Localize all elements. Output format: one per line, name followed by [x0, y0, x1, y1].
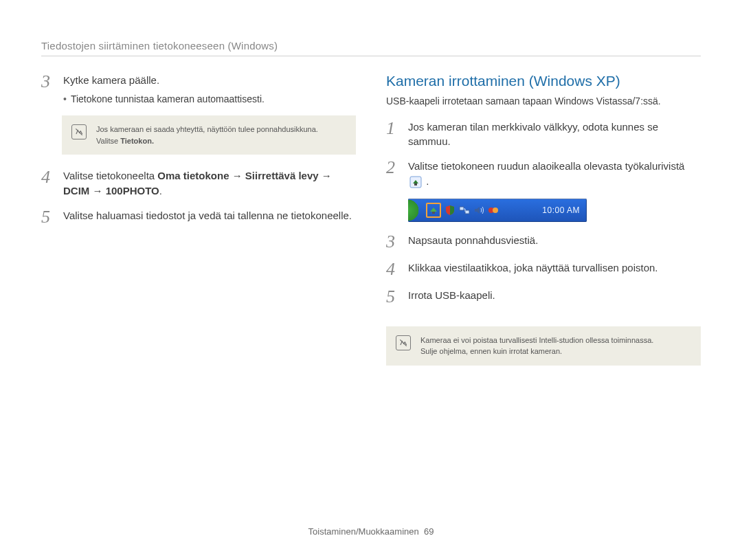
manual-page: Tiedostojen siirtäminen tietokoneeseen (…	[0, 0, 742, 560]
step-bullet: Tietokone tunnistaa kameran automaattise…	[63, 92, 265, 106]
note-line1: Jos kameraan ei saada yhteyttä, näyttöön…	[96, 124, 318, 135]
svg-point-6	[493, 208, 498, 213]
footer-page: 69	[424, 526, 434, 537]
safely-remove-icon-inline	[409, 176, 422, 188]
columns: 3 Kytke kamera päälle. Tietokone tunnist…	[41, 73, 701, 379]
step-number: 2	[386, 159, 401, 189]
tray-icons	[426, 203, 499, 218]
section-heading: Kameran irrottaminen (Windows XP)	[386, 73, 701, 89]
step-5: 5 Valitse haluamasi tiedostot ja vedä ta…	[41, 208, 356, 226]
volume-icon	[473, 205, 484, 216]
step-body: Napsauta ponnahdusviestiä.	[408, 233, 538, 251]
step-body: Valitse tietokoneelta Oma tietokone → Si…	[63, 168, 356, 199]
network-icon	[459, 205, 470, 216]
note-line1: Kameraa ei voi poistaa turvallisesti Int…	[420, 335, 653, 346]
step-number: 4	[41, 168, 56, 199]
step-number: 1	[386, 120, 401, 150]
step-body: Valitse haluamasi tiedostot ja vedä tai …	[63, 208, 352, 226]
note-line2: Valitse Tietokon.	[96, 135, 318, 147]
step-number: 3	[41, 73, 56, 106]
start-button-edge	[408, 199, 423, 222]
shield-icon	[445, 205, 456, 216]
step-number: 5	[41, 208, 56, 226]
step-text: Kytke kamera päälle.	[63, 74, 159, 86]
page-footer: Toistaminen/Muokkaaminen 69	[0, 526, 742, 537]
step-body: Klikkaa viestilaatikkoa, joka näyttää tu…	[408, 260, 658, 278]
right-step-1: 1 Jos kameran tilan merkkivalo välkkyy, …	[386, 120, 701, 150]
taskbar-clock: 10:00 AM	[542, 205, 580, 215]
step-4: 4 Valitse tietokoneelta Oma tietokone → …	[41, 168, 356, 199]
svg-rect-2	[432, 212, 435, 214]
left-column: 3 Kytke kamera päälle. Tietokone tunnist…	[41, 73, 356, 379]
step-number: 4	[386, 260, 401, 278]
right-column: Kameran irrottaminen (Windows XP) USB-ka…	[386, 73, 701, 379]
svg-rect-4	[465, 210, 469, 214]
section-subtext: USB-kaapeli irrotetaan samaan tapaan Win…	[386, 95, 701, 109]
step-body: Kytke kamera päälle. Tietokone tunnistaa…	[63, 73, 265, 106]
note-text: Jos kameraan ei saada yhteyttä, näyttöön…	[96, 124, 318, 146]
step-body: Valitse tietokoneen ruudun alaoikealla o…	[408, 159, 701, 189]
note-line2: Sulje ohjelma, ennen kuin irrotat kamera…	[420, 346, 653, 357]
safely-remove-icon	[428, 205, 439, 216]
note-icon	[71, 124, 87, 139]
step-body: Irrota USB-kaapeli.	[408, 288, 495, 306]
windows-xp-taskbar: 10:00 AM	[408, 199, 587, 222]
tray-misc-icon	[488, 205, 499, 216]
step-number: 5	[386, 288, 401, 306]
note-text: Kameraa ei voi poistaa turvallisesti Int…	[420, 335, 653, 357]
note-box-left: Jos kameraan ei saada yhteyttä, näyttöön…	[62, 115, 356, 155]
svg-rect-3	[460, 207, 464, 210]
step-3: 3 Kytke kamera päälle. Tietokone tunnist…	[41, 73, 356, 106]
safely-remove-highlight	[426, 203, 441, 218]
bullet-text: Tietokone tunnistaa kameran automaattise…	[71, 92, 265, 106]
step-body: Jos kameran tilan merkkivalo välkkyy, od…	[408, 120, 701, 150]
divider	[41, 56, 701, 56]
footer-section: Toistaminen/Muokkaaminen	[308, 526, 419, 537]
note-icon	[396, 335, 411, 350]
right-step-2: 2 Valitse tietokoneen ruudun alaoikealla…	[386, 159, 701, 189]
right-step-3: 3 Napsauta ponnahdusviestiä.	[386, 233, 701, 251]
breadcrumb: Tiedostojen siirtäminen tietokoneeseen (…	[41, 40, 701, 52]
svg-rect-1	[414, 183, 417, 186]
note-box-right: Kameraa ei voi poistaa turvallisesti Int…	[386, 326, 701, 366]
right-step-5: 5 Irrota USB-kaapeli.	[386, 288, 701, 306]
step-number: 3	[386, 233, 401, 251]
right-step-4: 4 Klikkaa viestilaatikkoa, joka näyttää …	[386, 260, 701, 278]
